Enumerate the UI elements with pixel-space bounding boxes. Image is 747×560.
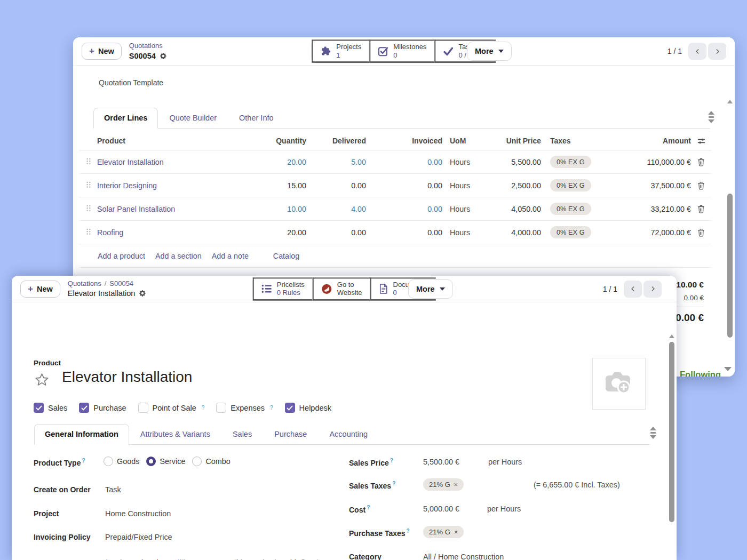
product-scrollbar[interactable] [669,334,675,560]
tab-sales[interactable]: Sales [221,425,263,444]
radio-goods[interactable]: Goods [104,457,139,466]
sales-tax-chip[interactable]: 21% G× [423,478,464,491]
product-title[interactable]: Elevator Installation [62,369,192,386]
optional-columns-icon[interactable] [697,137,706,146]
scrollbar-up-arrow[interactable] [669,334,674,338]
notebook-scroll-arrows[interactable] [708,111,714,123]
notebook-scroll-arrows[interactable] [650,427,656,439]
delete-row-button[interactable] [691,205,711,213]
pager-next-button[interactable] [708,43,726,60]
more-button[interactable]: More [408,279,453,299]
invoiced-cell[interactable]: 0.00 [366,205,442,213]
unit-price-cell[interactable]: 5,500.00 [491,158,541,166]
tab-quote-builder[interactable]: Quote Builder [158,108,228,128]
quantity-cell[interactable]: 15.00 [242,181,306,190]
more-button[interactable]: More [467,42,512,61]
sales-price-value[interactable]: 5,500.00 € [423,458,459,466]
delivered-cell[interactable]: 5.00 [306,158,366,166]
quantity-cell[interactable]: 10.00 [242,205,306,213]
helpdesk-checkbox[interactable]: Helpdesk [285,403,331,413]
breadcrumb-s00054-link[interactable]: S00054 [109,279,133,288]
col-amount[interactable]: Amount [618,137,691,145]
radio-service[interactable]: Service [146,457,185,466]
uom-cell[interactable]: Hours [442,158,491,166]
invoicing-policy-value[interactable]: Prepaid/Fixed Price [105,533,172,541]
tab-general-information[interactable]: General Information [34,424,129,445]
tab-order-lines[interactable]: Order Lines [93,108,158,129]
scrollbar-thumb[interactable] [727,194,733,338]
tab-accounting[interactable]: Accounting [318,425,379,444]
delivered-cell[interactable]: 4.00 [306,205,366,213]
col-invoiced[interactable]: Invoiced [366,137,442,145]
point-of-sale-checkbox[interactable]: Point of Sale ? [138,403,205,413]
remove-tax-icon[interactable]: × [454,481,458,489]
col-product[interactable]: Product [97,137,242,145]
breadcrumb-quotations-link[interactable]: Quotations [129,42,163,50]
delete-row-button[interactable] [691,158,711,166]
quotation-template-label[interactable]: Quotation Template [99,78,163,87]
scrollbar-thumb[interactable] [669,342,674,522]
create-on-order-value[interactable]: Task [105,485,121,494]
uom-cell[interactable]: Hours [442,181,491,190]
remove-tax-icon[interactable]: × [454,529,458,536]
gear-icon[interactable] [139,290,146,297]
help-mark[interactable]: ? [82,458,85,463]
delete-row-button[interactable] [691,181,711,190]
category-value[interactable]: All / Home Construction [423,553,504,560]
new-button[interactable]: + New [20,281,60,298]
help-mark[interactable]: ? [202,405,205,411]
unit-price-cell[interactable]: 4,050.00 [491,205,541,213]
following-button[interactable]: Following [680,370,721,377]
col-unit-price[interactable]: Unit Price [491,137,541,145]
help-mark[interactable]: ? [270,405,273,411]
tax-badge[interactable]: 0% EX G [550,156,591,168]
breadcrumb-quotations-link[interactable]: Quotations [68,279,101,288]
quantity-cell[interactable]: 20.00 [242,228,306,237]
product-cell[interactable]: Interior Designing [97,181,242,190]
unit-price-cell[interactable]: 4,000.00 [491,228,541,237]
product-cell[interactable]: Roofing [97,228,242,237]
table-row[interactable]: Roofing 20.00 0.00 0.00 Hours 4,000.00 0… [79,221,711,244]
uom-cell[interactable]: Hours [442,205,491,213]
help-mark[interactable]: ? [390,458,393,463]
scrollbar-up-arrow[interactable] [727,100,733,103]
sales-checkbox[interactable]: Sales [34,403,67,413]
projects-stat-button[interactable]: Projects 1 [312,39,369,62]
add-a-note-link[interactable]: Add a note [212,252,249,260]
drag-handle-icon[interactable] [79,228,97,237]
cost-value[interactable]: 5,000.00 € [423,505,459,513]
table-row[interactable]: Interior Designing 15.00 0.00 0.00 Hours… [79,174,711,197]
drag-handle-icon[interactable] [79,181,97,190]
pager-next-button[interactable] [643,281,662,298]
help-mark[interactable]: ? [367,505,370,510]
delivered-cell[interactable]: 0.00 [306,228,366,237]
tax-badge[interactable]: 0% EX G [550,226,591,238]
pricelists-stat-button[interactable]: Pricelists 0 Rules [253,277,313,300]
tab-other-info[interactable]: Other Info [228,108,284,128]
expenses-checkbox[interactable]: Expenses ? [216,403,273,413]
table-row[interactable]: Elevator Installation 20.00 5.00 0.00 Ho… [79,150,711,174]
tax-badge[interactable]: 0% EX G [550,179,591,191]
col-taxes[interactable]: Taxes [541,137,618,145]
new-button[interactable]: + New [82,43,122,60]
invoiced-cell[interactable]: 0.00 [366,181,442,190]
product-cell[interactable]: Elevator Installation [97,158,242,166]
tab-purchase[interactable]: Purchase [263,425,318,444]
add-a-section-link[interactable]: Add a section [155,252,202,260]
tab-attributes-variants[interactable]: Attributes & Variants [129,425,221,444]
delivered-cell[interactable]: 0.00 [306,181,366,190]
col-uom[interactable]: UoM [442,137,491,145]
product-image-placeholder[interactable] [592,358,646,410]
radio-combo[interactable]: Combo [192,457,230,466]
add-a-product-link[interactable]: Add a product [98,252,145,260]
gear-icon[interactable] [160,52,167,60]
purchase-tax-chip[interactable]: 21% G× [423,526,464,538]
tax-badge[interactable]: 0% EX G [550,203,591,215]
delete-row-button[interactable] [691,228,711,237]
uom-cell[interactable]: Hours [442,228,491,237]
favorite-star-icon[interactable] [34,372,50,390]
quotation-scrollbar[interactable] [727,100,733,372]
help-mark[interactable]: ? [407,528,410,534]
invoiced-cell[interactable]: 0.00 [366,228,442,237]
unit-price-cell[interactable]: 2,500.00 [491,181,541,190]
